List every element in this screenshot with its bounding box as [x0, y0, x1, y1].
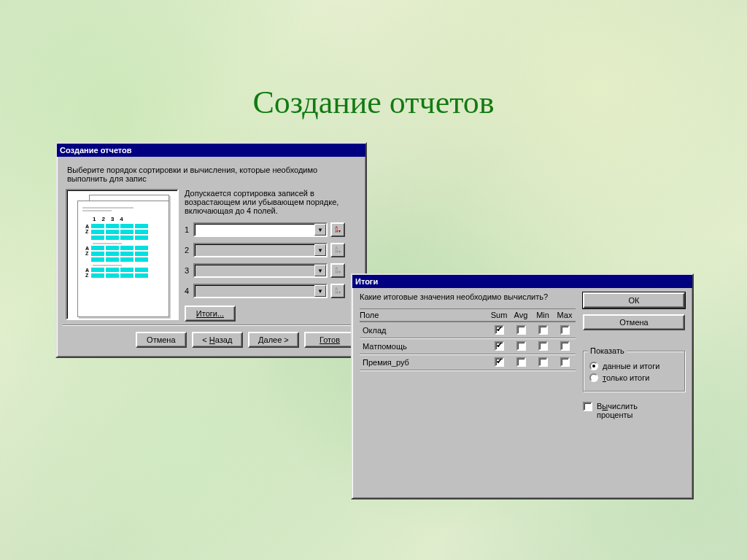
sort-field-3[interactable]: ▼: [193, 263, 328, 278]
wizard-titlebar: Создание отчетов: [57, 144, 365, 157]
checkbox-avg[interactable]: [516, 357, 526, 367]
percent-checkbox-row[interactable]: Вычислитьпроценты: [583, 402, 685, 419]
cell-max: [554, 341, 576, 351]
cell-max: [554, 325, 576, 335]
cell-avg: [510, 357, 532, 368]
cell-min: [532, 325, 554, 335]
table-row: Премия_руб: [360, 354, 576, 370]
th-field: Поле: [360, 311, 488, 319]
sort-field-2[interactable]: ▼: [193, 243, 328, 257]
checkbox-sum[interactable]: [495, 325, 504, 335]
sort-row-3: 3 ▼ AЯ▾: [185, 263, 345, 278]
dropdown-icon[interactable]: ▼: [314, 244, 326, 256]
sort-num-1: 1: [185, 225, 193, 234]
th-min: Min: [532, 311, 554, 319]
percent-checkbox[interactable]: [583, 402, 592, 411]
summary-button[interactable]: Итоги...: [185, 306, 236, 322]
dropdown-icon[interactable]: ▼: [314, 285, 326, 297]
sort-num-3: 3: [185, 266, 193, 275]
checkbox-min[interactable]: [538, 357, 548, 367]
table-row: Матпомощь: [360, 338, 576, 354]
next-button[interactable]: Далее >: [248, 332, 299, 348]
cell-min: [532, 357, 554, 368]
summary-prompt: Какие итоговые значения необходимо вычис…: [360, 292, 576, 301]
percent-label: Вычислитьпроценты: [597, 402, 638, 419]
sort-num-4: 4: [185, 287, 193, 295]
summary-window: Итоги Какие итоговые значения необходимо…: [351, 273, 694, 499]
wizard-description: Допускается сортировка записей в возраст…: [185, 189, 345, 215]
checkbox-min[interactable]: [538, 325, 548, 335]
preview-col-4: 4: [120, 216, 123, 222]
th-sum: Sum: [488, 311, 510, 319]
sort-num-2: 2: [185, 246, 193, 254]
sort-direction-3: AЯ▾: [330, 263, 345, 278]
preview-col-2: 2: [101, 216, 104, 222]
field-name: Премия_руб: [360, 358, 488, 367]
checkbox-avg[interactable]: [516, 341, 526, 351]
cancel-button[interactable]: Отмена: [136, 332, 187, 348]
sort-row-4: 4 ▼ AЯ▾: [185, 284, 345, 298]
table-row: Оклад: [360, 322, 576, 338]
th-max: Max: [554, 311, 576, 319]
dropdown-icon[interactable]: ▼: [314, 224, 326, 236]
sort-field-4[interactable]: ▼: [193, 284, 328, 298]
preview-col-1: 1: [93, 216, 96, 222]
cancel-button[interactable]: Отмена: [583, 314, 685, 330]
radio-icon: [589, 362, 598, 370]
sort-row-1: 1 ▼ AЯ▾: [185, 222, 345, 237]
cell-sum: [488, 341, 510, 351]
wizard-preview: 1 2 3 4 АZ АZ: [66, 189, 179, 320]
sort-direction-1[interactable]: AЯ▾: [330, 222, 345, 237]
wizard-window: Создание отчетов Выберите порядок сортир…: [55, 142, 367, 358]
field-name: Матпомощь: [360, 342, 488, 351]
show-groupbox: Показать данные и итоги только итоги: [583, 351, 685, 392]
ok-button[interactable]: ОК: [583, 292, 685, 308]
wizard-instruction: Выберите порядок сортировки и вычисления…: [67, 166, 355, 183]
cell-avg: [510, 325, 532, 335]
preview-col-3: 3: [111, 216, 114, 222]
back-button[interactable]: < Назад: [192, 332, 243, 348]
radio-data-and-totals[interactable]: данные и итоги: [589, 362, 678, 370]
checkbox-max[interactable]: [560, 341, 570, 351]
sort-field-1[interactable]: ▼: [193, 222, 328, 237]
slide-title: Создание отчетов: [0, 84, 747, 121]
field-name: Оклад: [360, 326, 488, 335]
show-legend: Показать: [588, 346, 627, 355]
summary-titlebar: Итоги: [352, 275, 692, 288]
checkbox-sum[interactable]: [495, 341, 504, 351]
checkbox-avg[interactable]: [516, 325, 526, 335]
cell-avg: [510, 341, 532, 351]
sort-direction-4: AЯ▾: [330, 284, 345, 298]
sort-direction-2: AЯ▾: [330, 243, 345, 257]
dropdown-icon[interactable]: ▼: [314, 265, 326, 276]
cell-min: [532, 341, 554, 351]
cell-sum: [488, 357, 510, 368]
radio-only-totals[interactable]: только итоги: [589, 373, 678, 382]
sort-row-2: 2 ▼ AЯ▾: [185, 243, 345, 257]
checkbox-max[interactable]: [560, 325, 570, 335]
checkbox-min[interactable]: [538, 341, 548, 351]
checkbox-max[interactable]: [560, 357, 570, 367]
finish-button[interactable]: Готов: [304, 332, 355, 348]
radio-icon: [589, 373, 598, 382]
cell-max: [554, 357, 576, 368]
th-avg: Avg: [510, 311, 532, 319]
checkbox-sum[interactable]: [495, 357, 504, 367]
cell-sum: [488, 325, 510, 335]
summary-table: Поле Sum Avg Min Max ОкладМатпомощьПреми…: [360, 308, 576, 370]
